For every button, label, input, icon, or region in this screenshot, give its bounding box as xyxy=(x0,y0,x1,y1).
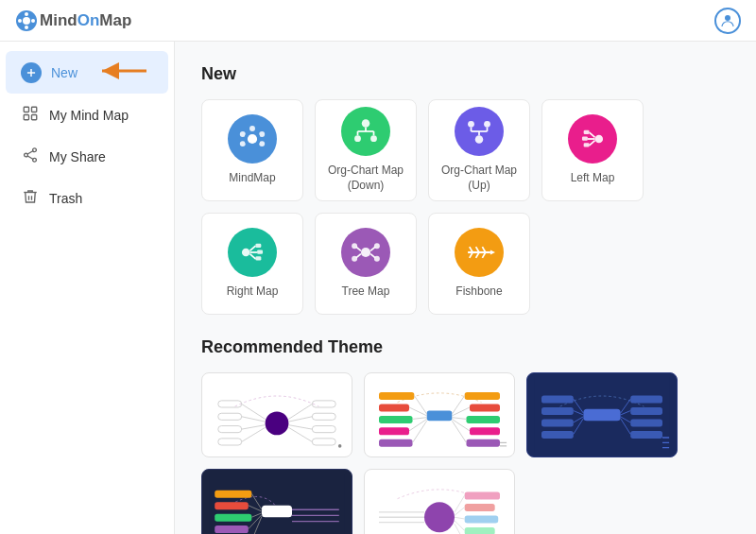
org-chart-up-icon xyxy=(455,107,504,156)
svg-line-159 xyxy=(455,495,465,512)
svg-line-86 xyxy=(242,417,266,422)
svg-point-2 xyxy=(25,12,28,16)
svg-rect-49 xyxy=(584,130,590,134)
svg-rect-141 xyxy=(215,502,249,509)
svg-point-23 xyxy=(259,141,265,146)
user-icon[interactable] xyxy=(714,8,741,34)
main-layout: New My Mind Map xyxy=(0,42,756,534)
tree-map-label: Tree Map xyxy=(342,284,390,300)
sidebar-item-trash-label: Trash xyxy=(49,191,82,206)
svg-point-52 xyxy=(242,249,250,257)
tree-map-card[interactable]: Tree Map xyxy=(315,213,417,315)
svg-rect-124 xyxy=(630,407,662,415)
svg-rect-102 xyxy=(466,416,500,423)
map-grid: MindMap Org-Chart Map(Down xyxy=(201,99,730,315)
left-map-card[interactable]: Left Map xyxy=(541,99,644,201)
org-chart-down-icon xyxy=(341,107,390,156)
fishbone-label: Fishbone xyxy=(455,284,502,300)
svg-point-38 xyxy=(468,121,474,128)
new-section-title: New xyxy=(201,64,730,84)
svg-line-46 xyxy=(590,132,595,137)
svg-point-36 xyxy=(354,136,361,143)
theme-card-1[interactable] xyxy=(201,372,352,457)
svg-point-1 xyxy=(23,17,30,25)
right-map-icon xyxy=(228,228,277,277)
svg-point-66 xyxy=(374,243,380,249)
org-chart-up-label: Org-Chart Map (Up) xyxy=(429,164,529,193)
svg-point-37 xyxy=(370,136,377,143)
svg-rect-11 xyxy=(32,107,37,112)
svg-rect-140 xyxy=(215,491,251,498)
svg-point-6 xyxy=(725,15,730,21)
svg-rect-125 xyxy=(630,419,662,426)
arrow-annotation xyxy=(94,60,153,84)
svg-line-48 xyxy=(590,141,595,146)
svg-rect-95 xyxy=(379,392,414,400)
svg-point-14 xyxy=(33,148,37,152)
svg-point-22 xyxy=(259,131,265,137)
svg-rect-155 xyxy=(465,504,495,511)
svg-point-24 xyxy=(249,126,255,131)
svg-point-44 xyxy=(475,136,484,145)
svg-rect-13 xyxy=(32,115,37,120)
left-map-label: Left Map xyxy=(571,171,615,186)
svg-line-162 xyxy=(455,521,465,531)
logo-text: MindOnMap xyxy=(40,11,131,30)
svg-line-17 xyxy=(27,151,33,154)
theme-card-4[interactable] xyxy=(201,469,352,534)
svg-point-93 xyxy=(338,444,342,448)
sidebar-item-my-mind-map-label: My Mind Map xyxy=(49,108,129,123)
svg-point-19 xyxy=(248,134,257,144)
svg-line-53 xyxy=(249,246,255,250)
svg-point-16 xyxy=(33,158,37,162)
sidebar-item-my-share[interactable]: My Share xyxy=(6,137,168,177)
header: MindOnMap xyxy=(0,0,756,42)
svg-rect-104 xyxy=(466,439,500,447)
svg-rect-80 xyxy=(218,439,242,445)
org-chart-down-card[interactable]: Org-Chart Map(Down) xyxy=(315,99,417,201)
svg-point-39 xyxy=(484,121,490,128)
svg-rect-57 xyxy=(257,250,263,254)
svg-line-88 xyxy=(242,427,266,441)
theme-card-5[interactable] xyxy=(364,469,515,534)
share-nav-icon xyxy=(21,146,40,167)
svg-point-45 xyxy=(595,135,604,144)
svg-rect-50 xyxy=(582,137,588,141)
svg-rect-56 xyxy=(255,244,261,248)
sidebar-item-new[interactable]: New xyxy=(6,51,168,94)
theme-card-3[interactable] xyxy=(526,372,678,457)
new-icon xyxy=(21,62,42,83)
org-chart-up-card[interactable]: Org-Chart Map (Up) xyxy=(428,99,530,201)
svg-marker-75 xyxy=(490,250,495,255)
svg-point-76 xyxy=(266,411,289,435)
svg-line-90 xyxy=(288,417,312,422)
svg-rect-79 xyxy=(218,426,242,433)
svg-rect-120 xyxy=(541,407,574,415)
mindmap-label: MindMap xyxy=(229,171,275,186)
theme-grid xyxy=(201,372,730,534)
svg-point-30 xyxy=(362,120,370,129)
right-map-card[interactable]: Right Map xyxy=(201,213,303,315)
svg-line-55 xyxy=(249,254,255,259)
svg-rect-97 xyxy=(379,416,413,423)
sidebar-item-trash[interactable]: Trash xyxy=(6,179,168,218)
svg-point-67 xyxy=(374,256,380,262)
fishbone-card[interactable]: Fishbone xyxy=(428,213,530,315)
theme-card-2[interactable] xyxy=(364,372,515,457)
svg-line-85 xyxy=(242,404,266,419)
svg-point-3 xyxy=(25,26,28,29)
svg-line-160 xyxy=(455,508,465,516)
svg-rect-77 xyxy=(218,401,242,407)
mindmap-card[interactable]: MindMap xyxy=(201,99,303,201)
svg-line-107 xyxy=(413,418,427,420)
sidebar-item-my-mind-map[interactable]: My Mind Map xyxy=(6,95,168,135)
svg-line-105 xyxy=(414,396,426,415)
svg-rect-157 xyxy=(465,527,495,534)
svg-rect-143 xyxy=(215,525,249,533)
map-nav-icon xyxy=(21,105,40,126)
svg-rect-99 xyxy=(379,439,413,447)
svg-line-87 xyxy=(242,425,266,429)
theme-section-title: Recommended Theme xyxy=(201,337,730,357)
svg-rect-101 xyxy=(470,404,500,411)
svg-line-26 xyxy=(245,142,248,143)
